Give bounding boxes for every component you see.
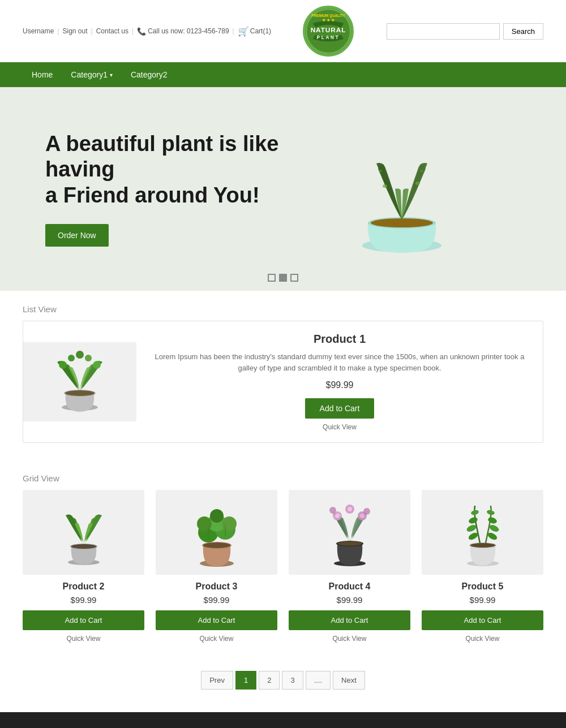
list-item-image xyxy=(23,342,136,421)
slider-dots xyxy=(268,274,298,282)
hero-headline-line2: a Friend around You! xyxy=(45,183,260,207)
product5-add-to-cart[interactable]: Add to Cart xyxy=(422,610,543,630)
logo-svg: ★ ★ ★ NATURAL PLANT PREMIUM QUALITY xyxy=(303,8,354,54)
product1-quick-view[interactable]: Quick View xyxy=(153,423,526,431)
svg-text:PREMIUM QUALITY: PREMIUM QUALITY xyxy=(311,14,345,18)
product2-quick-view[interactable]: Quick View xyxy=(23,635,144,643)
product5-svg xyxy=(449,496,517,569)
svg-point-55 xyxy=(486,509,495,515)
page-2-button[interactable]: 2 xyxy=(259,671,280,690)
product3-quick-view[interactable]: Quick View xyxy=(156,635,277,643)
list-view-label: List View xyxy=(0,291,566,321)
product3-price: $99.99 xyxy=(156,595,277,605)
logo-area: ★ ★ ★ NATURAL PLANT PREMIUM QUALITY xyxy=(271,6,385,57)
list-item: Product 1 Lorem Ipsum has been the indus… xyxy=(23,321,543,443)
svg-point-29 xyxy=(197,516,212,531)
prev-page-button[interactable]: Prev xyxy=(201,671,233,690)
next-page-button[interactable]: Next xyxy=(333,671,365,690)
product1-add-to-cart[interactable]: Add to Cart xyxy=(305,398,375,419)
product4-price: $99.99 xyxy=(289,595,410,605)
hero-headline-line1: A beautiful plant is like having xyxy=(45,132,278,182)
svg-point-18 xyxy=(85,355,92,361)
svg-point-40 xyxy=(360,514,365,518)
cart-link[interactable]: Cart(1) xyxy=(250,27,271,35)
grid-view-label: Grid View xyxy=(0,460,566,490)
sep2: | xyxy=(91,27,93,35)
product2-name: Product 2 xyxy=(23,581,144,592)
list-view-section: Product 1 Lorem Ipsum has been the indus… xyxy=(0,321,566,460)
cart-icon[interactable]: 🛒 xyxy=(238,26,249,37)
phone-number: Call us now: 0123-456-789 xyxy=(148,27,229,35)
dot-3[interactable] xyxy=(290,274,298,282)
product2-add-to-cart[interactable]: Add to Cart xyxy=(23,610,144,630)
product4-name: Product 4 xyxy=(289,581,410,592)
hero-section: A beautiful plant is like having a Frien… xyxy=(0,87,566,291)
svg-text:NATURAL: NATURAL xyxy=(310,26,346,34)
nav-category1[interactable]: Category1 ▾ xyxy=(62,62,122,87)
svg-point-11 xyxy=(420,170,423,172)
svg-point-43 xyxy=(329,507,336,514)
sign-out-link[interactable]: Sign out xyxy=(62,27,87,35)
nav-category2[interactable]: Category2 xyxy=(122,62,177,87)
grid-container: Product 2 $99.99 Add to Cart Quick View xyxy=(23,490,543,643)
product4-svg xyxy=(316,496,384,569)
svg-point-16 xyxy=(93,361,101,369)
svg-point-14 xyxy=(65,390,95,396)
product3-add-to-cart[interactable]: Add to Cart xyxy=(156,610,277,630)
product4-add-to-cart[interactable]: Add to Cart xyxy=(289,610,410,630)
footer: f t in Prestashop Theme Designed With Te… xyxy=(0,712,566,728)
svg-point-15 xyxy=(59,361,67,369)
svg-point-19 xyxy=(76,351,84,359)
product2-svg xyxy=(50,496,118,569)
grid-view-section: Product 2 $99.99 Add to Cart Quick View xyxy=(0,490,566,660)
hero-text: A beautiful plant is like having a Frien… xyxy=(45,131,283,247)
nav-bar: Home Category1 ▾ Category2 xyxy=(0,62,566,87)
product5-quick-view[interactable]: Quick View xyxy=(422,635,543,643)
svg-point-30 xyxy=(222,516,237,531)
product1-image xyxy=(40,348,119,416)
svg-point-9 xyxy=(415,182,420,185)
svg-point-36 xyxy=(337,541,362,546)
nav-category1-label: Category1 xyxy=(71,70,108,79)
search-button[interactable]: Search xyxy=(503,23,543,40)
pagination: Prev 1 2 3 .... Next xyxy=(0,660,566,712)
phone-icon: 📞 xyxy=(137,27,146,36)
dot-2[interactable] xyxy=(279,274,287,282)
hero-plant-illustration xyxy=(328,110,475,268)
product2-price: $99.99 xyxy=(23,595,144,605)
chevron-down-icon: ▾ xyxy=(110,72,113,78)
list-item-content: Product 1 Lorem Ipsum has been the indus… xyxy=(136,321,543,442)
header: Username | Sign out | Contact us | 📞 Cal… xyxy=(0,0,566,62)
svg-point-8 xyxy=(383,184,387,188)
svg-point-51 xyxy=(470,509,479,515)
product4-quick-view[interactable]: Quick View xyxy=(289,635,410,643)
page-1-button[interactable]: 1 xyxy=(235,671,256,690)
product3-image xyxy=(156,490,277,575)
svg-point-25 xyxy=(203,542,230,548)
username-link[interactable]: Username xyxy=(23,27,54,35)
hero-image xyxy=(283,110,521,268)
header-user-links: Username | Sign out | Contact us | 📞 Cal… xyxy=(23,26,271,37)
page-ellipsis-button[interactable]: .... xyxy=(306,671,331,690)
order-now-button[interactable]: Order Now xyxy=(45,224,109,247)
svg-point-10 xyxy=(379,170,382,172)
product5-price: $99.99 xyxy=(422,595,543,605)
nav-home[interactable]: Home xyxy=(23,62,62,87)
svg-text:★ ★ ★: ★ ★ ★ xyxy=(322,18,335,23)
grid-item-2: Product 4 $99.99 Add to Cart Quick View xyxy=(289,490,410,643)
svg-point-17 xyxy=(68,355,75,361)
hero-headline: A beautiful plant is like having a Frien… xyxy=(45,131,283,209)
page-3-button[interactable]: 3 xyxy=(282,671,303,690)
grid-item-3: Product 5 $99.99 Add to Cart Quick View xyxy=(422,490,543,643)
svg-point-50 xyxy=(468,516,478,525)
sep4: | xyxy=(233,27,234,35)
svg-point-38 xyxy=(335,514,340,518)
dot-1[interactable] xyxy=(268,274,276,282)
svg-point-31 xyxy=(210,509,224,523)
search-input[interactable] xyxy=(387,23,500,40)
logo[interactable]: ★ ★ ★ NATURAL PLANT PREMIUM QUALITY xyxy=(303,6,354,57)
contact-link[interactable]: Contact us xyxy=(96,27,128,35)
product3-svg xyxy=(183,496,251,569)
product1-description: Lorem Ipsum has been the industry's stan… xyxy=(153,351,526,373)
product1-price: $99.99 xyxy=(153,380,526,390)
